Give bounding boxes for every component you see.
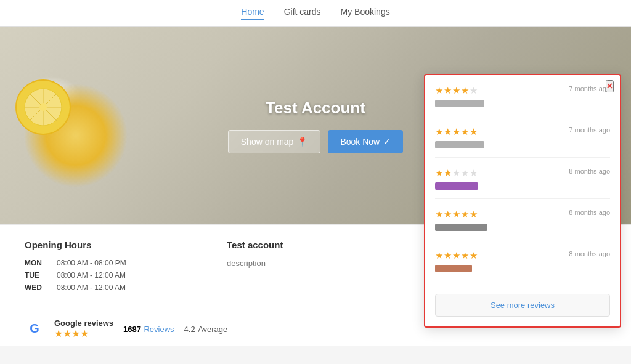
google-logo: G xyxy=(25,319,44,339)
google-reviews-label: Google reviews ★★★★ xyxy=(54,318,113,339)
reviews-popup: × ★★★★★ 7 months ago ★★★★★ 7 months ago xyxy=(424,74,621,328)
review-header: ★★★★★ 8 months ago xyxy=(435,250,610,261)
reviews-link[interactable]: Reviews xyxy=(144,325,174,334)
table-row: WED 08:00 AM - 12:00 AM xyxy=(25,283,202,292)
lemon-decoration xyxy=(12,76,74,140)
list-item: ★★★★★ 8 months ago xyxy=(435,209,610,240)
hero-buttons: Show on map 📍 Book Now ✓ xyxy=(228,130,403,153)
review-header: ★★★★★ 8 months ago xyxy=(435,209,610,220)
description-text: description xyxy=(227,259,404,268)
page-wrapper: Home Gift cards My Bookings xyxy=(0,0,631,346)
list-item: ★★★★★ 7 months ago xyxy=(435,126,610,158)
popup-content: ★★★★★ 7 months ago ★★★★★ 7 months ago ★★… xyxy=(425,75,620,326)
review-header: ★★★★★ 7 months ago xyxy=(435,85,610,96)
review-stars: ★★★★★ xyxy=(435,85,478,96)
table-row: MON 08:00 AM - 08:00 PM xyxy=(25,259,202,267)
hero-content: Test Account Show on map 📍 Book Now ✓ xyxy=(228,99,403,153)
list-item: ★★★★★ 8 months ago xyxy=(435,168,610,199)
time-wed: 08:00 AM - 12:00 AM xyxy=(57,283,126,292)
avatar xyxy=(435,182,478,190)
day-wed: WED xyxy=(25,283,47,292)
book-now-label: Book Now xyxy=(340,137,380,147)
book-now-button[interactable]: Book Now ✓ xyxy=(328,130,403,153)
hero-title: Test Account xyxy=(228,99,403,118)
opening-hours-heading: Opening Hours xyxy=(25,240,202,250)
hours-table: MON 08:00 AM - 08:00 PM TUE 08:00 AM - 1… xyxy=(25,259,202,292)
description-block: Test account description xyxy=(227,240,404,297)
list-item: ★★★★★ 7 months ago xyxy=(435,85,610,116)
average-value: 4.2 xyxy=(184,325,195,334)
time-tue: 08:00 AM - 12:00 AM xyxy=(57,271,126,280)
popup-close-button[interactable]: × xyxy=(606,80,614,92)
review-time: 7 months ago xyxy=(569,85,610,92)
google-reviews-count: 1687 Reviews xyxy=(123,323,174,334)
avatar xyxy=(435,265,472,272)
review-header: ★★★★★ 7 months ago xyxy=(435,126,610,137)
review-stars: ★★★★★ xyxy=(435,250,478,261)
show-on-map-button[interactable]: Show on map 📍 xyxy=(228,130,321,153)
review-stars: ★★★★★ xyxy=(435,168,478,179)
list-item: ★★★★★ 8 months ago xyxy=(435,250,610,281)
average-label: Average xyxy=(198,325,227,334)
reviews-count: 1687 xyxy=(123,325,141,334)
google-average: 4.2 Average xyxy=(184,323,228,334)
svg-point-10 xyxy=(39,103,47,111)
review-stars: ★★★★★ xyxy=(435,126,478,137)
see-more-reviews-button[interactable]: See more reviews xyxy=(435,294,610,317)
table-row: TUE 08:00 AM - 12:00 AM xyxy=(25,271,202,280)
review-time: 8 months ago xyxy=(569,168,610,175)
review-stars: ★★★★★ xyxy=(435,209,478,220)
nav-gift-cards[interactable]: Gift cards xyxy=(284,7,321,20)
time-mon: 08:00 AM - 08:00 PM xyxy=(57,259,126,267)
nav-my-bookings[interactable]: My Bookings xyxy=(341,7,390,20)
review-time: 8 months ago xyxy=(569,209,610,216)
google-stars: ★★★★ xyxy=(54,328,113,339)
nav-links: Home Gift cards My Bookings xyxy=(241,7,389,20)
checkmark-icon: ✓ xyxy=(383,137,391,147)
review-header: ★★★★★ 8 months ago xyxy=(435,168,610,179)
nav-home[interactable]: Home xyxy=(241,7,264,20)
day-mon: MON xyxy=(25,259,47,267)
show-on-map-label: Show on map xyxy=(241,137,294,147)
avatar xyxy=(435,141,484,148)
day-tue: TUE xyxy=(25,271,47,280)
map-pin-icon: 📍 xyxy=(297,137,307,147)
review-time: 7 months ago xyxy=(569,126,610,134)
review-time: 8 months ago xyxy=(569,250,610,257)
nav-bar: Home Gift cards My Bookings xyxy=(0,0,631,27)
svg-text:G: G xyxy=(30,322,39,335)
avatar xyxy=(435,224,487,231)
avatar xyxy=(435,100,484,107)
description-heading: Test account xyxy=(227,240,404,250)
google-reviews-text: Google reviews xyxy=(54,318,113,328)
opening-hours-block: Opening Hours MON 08:00 AM - 08:00 PM TU… xyxy=(25,240,202,297)
